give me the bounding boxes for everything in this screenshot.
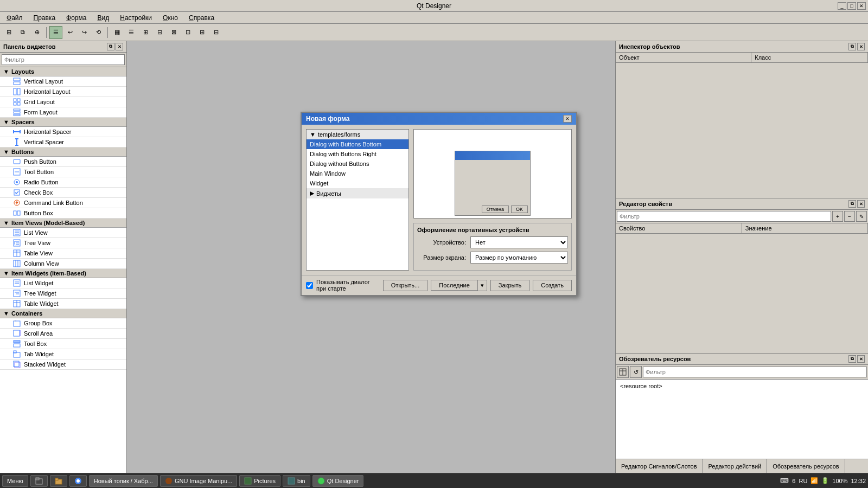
maximize-button[interactable]: □ [847,2,856,10]
tree-header[interactable]: ▼ templates/forms [307,130,409,139]
canvas-area[interactable]: Новая форма ✕ ▼ templates/forms Dialog w… [127,41,615,473]
taskbar-qtdesigner-btn[interactable]: Qt Designer [312,475,364,487]
menu-help[interactable]: Справка [184,13,219,23]
tree-item-2[interactable]: Dialog without Buttons [307,159,409,169]
widget-tree-view[interactable]: Tree View [0,238,126,248]
open-button[interactable]: Открыть... [383,280,427,291]
prop-filter-input[interactable] [617,211,831,222]
toolbar-layout-h[interactable]: ▦ [111,26,124,39]
taskbar-gimp-btn[interactable]: GNU Image Manipu... [160,475,237,487]
widget-list-view[interactable]: List View [0,228,126,238]
widget-push-button[interactable]: Push Button [0,157,126,167]
menu-edit[interactable]: Правка [29,13,60,23]
tab-actions[interactable]: Редактор действий [703,459,768,473]
category-spacers[interactable]: ▼ Spacers [0,118,126,127]
widget-horizontal-layout[interactable]: Horizontal Layout [0,87,126,97]
taskbar-bin-btn[interactable]: bin [283,475,310,487]
menu-view[interactable]: Вид [93,13,113,23]
toolbar-layout-f[interactable]: ⊟ [153,26,166,39]
minimize-button[interactable]: _ [838,2,846,10]
taskbar-files-btn[interactable] [30,475,48,487]
preview-ok-btn[interactable]: OK [511,206,528,213]
widget-tool-box[interactable]: Tool Box [0,339,126,349]
toolbar-break[interactable]: ⊟ [209,26,222,39]
widget-table-widget[interactable]: Table Widget [0,299,126,309]
widget-tab-widget[interactable]: Tab Widget [0,349,126,359]
widget-form-layout[interactable]: Form Layout [0,107,126,118]
widget-command-link-button[interactable]: Command Link Button [0,198,126,208]
widget-table-view[interactable]: Table View [0,248,126,259]
resource-table-btn[interactable] [617,366,629,378]
toolbar-btn7[interactable]: ⟲ [92,26,105,39]
recent-dropdown-button[interactable]: ▾ [477,280,487,291]
menu-settings[interactable]: Настройки [116,13,156,23]
taskbar-folder-btn[interactable] [50,475,67,487]
toolbar-layout-v[interactable]: ☰ [125,26,138,39]
prop-filter-add-btn[interactable]: + [832,211,843,222]
category-item-widgets[interactable]: ▼ Item Widgets (Item-Based) [0,269,126,278]
category-containers[interactable]: ▼ Containers [0,309,126,318]
toolbar-layout-br[interactable]: ⊡ [181,26,194,39]
resource-root[interactable]: <resource root> [618,382,866,390]
resource-browser-close-icon[interactable]: ✕ [857,355,865,363]
tab-signals-slots[interactable]: Редактор Сигналов/Слотов [616,459,703,473]
category-layouts[interactable]: ▼ Layouts [0,67,126,76]
prop-filter-minus-btn[interactable]: − [844,211,855,222]
widget-check-box[interactable]: Check Box [0,188,126,198]
taskbar-menu-btn[interactable]: Меню [2,475,28,487]
tree-item-4[interactable]: Widget [307,178,409,188]
widget-grid-layout[interactable]: Grid Layout [0,97,126,107]
taskbar-pictures-btn[interactable]: Pictures [239,475,280,487]
toolbar-save[interactable]: ⊕ [30,26,43,39]
create-button[interactable]: Создать [533,280,572,291]
tab-resources[interactable]: Обозреватель ресурсов [767,459,845,473]
resource-refresh-btn[interactable]: ↺ [630,366,642,378]
widget-button-box[interactable]: Button Box [0,208,126,219]
prop-editor-close-icon[interactable]: ✕ [857,200,865,208]
widget-stacked-widget[interactable]: Stacked Widget [0,359,126,370]
menu-form[interactable]: Форма [62,13,91,23]
widget-tree-widget[interactable]: Tree Widget [0,288,126,299]
widget-horizontal-spacer[interactable]: Horizontal Spacer [0,127,126,137]
toolbar-new[interactable]: ⊞ [2,26,15,39]
dialog-close-button[interactable]: ✕ [563,115,572,123]
taskbar-chrome-btn[interactable] [69,475,87,487]
category-buttons[interactable]: ▼ Buttons [0,147,126,157]
widget-list-widget[interactable]: List Widget [0,278,126,288]
inspector-float-icon[interactable]: ⧉ [848,43,856,50]
screen-size-select[interactable]: Размер по умолчанию [470,252,568,264]
toolbar-adjust[interactable]: ⊞ [195,26,208,39]
widget-group-box[interactable]: G Group Box [0,318,126,329]
close-button[interactable]: Закрыть [490,280,529,291]
tree-item-0[interactable]: Dialog with Buttons Bottom [307,139,409,149]
toolbar-copy[interactable]: ⧉ [16,26,29,39]
recent-button[interactable]: Последние [431,280,477,291]
tree-item-1[interactable]: Dialog with Buttons Right [307,149,409,159]
taskbar-habrahabr-btn[interactable]: Новый топик / Хабр... [89,475,158,487]
widget-tool-button[interactable]: Tool Button [0,167,126,177]
widget-radio-button[interactable]: Radio Button [0,177,126,188]
preview-cancel-btn[interactable]: Отмена [482,206,509,213]
toolbar-btn6[interactable]: ↪ [78,26,91,39]
resource-filter-input[interactable] [643,367,867,377]
close-button[interactable]: ✕ [857,2,866,10]
device-select[interactable]: Нет [470,236,568,248]
category-item-views[interactable]: ▼ Item Views (Model-Based) [0,219,126,228]
widget-vertical-spacer[interactable]: Vertical Spacer [0,137,126,147]
toolbar-btn5[interactable]: ↩ [63,26,76,39]
toolbar-layout-g[interactable]: ⊞ [139,26,152,39]
toolbar-layout-b[interactable]: ⊠ [167,26,180,39]
show-dialog-checkbox[interactable] [306,282,313,289]
menu-window[interactable]: Окно [158,13,182,23]
panel-float-icon[interactable]: ⧉ [107,43,114,50]
prop-editor-float-icon[interactable]: ⧉ [848,200,856,208]
widget-column-view[interactable]: Column View [0,259,126,269]
tree-item-3[interactable]: Main Window [307,169,409,178]
resource-browser-float-icon[interactable]: ⧉ [848,355,856,363]
widget-scroll-area[interactable]: Scroll Area [0,329,126,339]
toolbar-btn4[interactable]: ☰ [49,26,62,39]
widgets-header[interactable]: ▶ Виджеты [307,188,409,198]
widget-filter-input[interactable] [2,54,125,65]
prop-filter-edit-btn[interactable]: ✎ [856,211,867,222]
inspector-close-icon[interactable]: ✕ [857,43,865,50]
